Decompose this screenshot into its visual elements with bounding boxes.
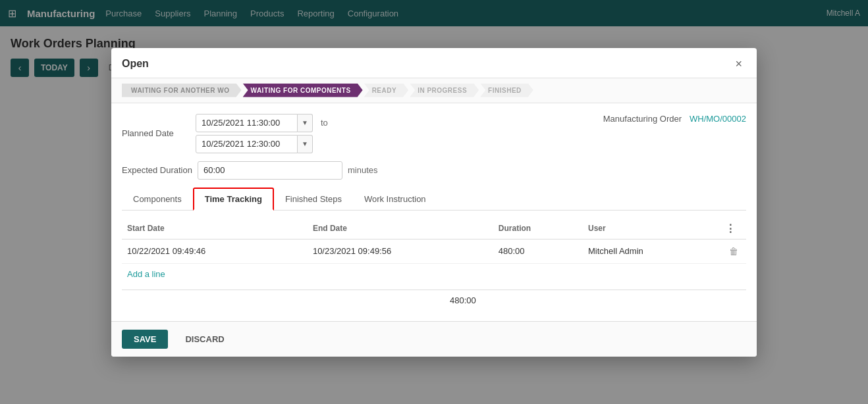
- modal-footer: SAVE DISCARD: [111, 321, 757, 357]
- modal-header: Open ×: [111, 48, 757, 78]
- col-user: User: [583, 218, 720, 240]
- modal-body: Planned Date ▼ to ▼: [111, 103, 757, 321]
- col-menu: ⋮: [720, 218, 746, 240]
- date-from-row: ▼ to: [196, 114, 331, 132]
- tabs-bar: Components Time Tracking Finished Steps …: [122, 188, 746, 211]
- pipeline-step-in-progress[interactable]: IN PROGRESS: [410, 84, 479, 97]
- time-tracking-table: Start Date End Date Duration User ⋮ 10/2…: [122, 218, 746, 264]
- tab-time-tracking[interactable]: Time Tracking: [193, 188, 274, 211]
- pipeline-step-waiting-wo[interactable]: WAITING FOR ANOTHER WO: [122, 84, 242, 97]
- row-start-date: 10/22/2021 09:49:46: [122, 239, 308, 263]
- manufacturing-order-label: Manufacturing Order: [603, 114, 682, 124]
- table-row: 10/22/2021 09:49:46 10/23/2021 09:49:56 …: [122, 239, 746, 263]
- col-duration: Duration: [493, 218, 583, 240]
- expected-duration-label: Expected Duration: [122, 165, 192, 175]
- tab-work-instruction[interactable]: Work Instruction: [353, 188, 437, 211]
- row-duration: 480:00: [493, 239, 583, 263]
- col-end-date: End Date: [308, 218, 493, 240]
- row-user: Mitchell Admin: [583, 239, 720, 263]
- manufacturing-order-group: Manufacturing Order WH/MO/00002: [603, 114, 746, 124]
- time-tracking-content: Start Date End Date Duration User ⋮ 10/2…: [122, 218, 746, 311]
- modal: Open × WAITING FOR ANOTHER WO WAITING FO…: [111, 48, 757, 357]
- minutes-label: minutes: [348, 165, 378, 175]
- expected-duration-input[interactable]: [198, 161, 342, 180]
- planned-date-group: Planned Date ▼ to ▼: [122, 114, 331, 153]
- delete-row-button[interactable]: 🗑: [726, 245, 741, 258]
- date-from-input-group: ▼: [196, 114, 313, 132]
- save-button[interactable]: SAVE: [122, 330, 168, 349]
- date-from-dropdown-btn[interactable]: ▼: [298, 114, 313, 132]
- date-to-dropdown-btn[interactable]: ▼: [298, 135, 313, 153]
- status-pipeline: WAITING FOR ANOTHER WO WAITING FOR COMPO…: [111, 78, 757, 103]
- form-row-dates: Planned Date ▼ to ▼: [122, 114, 746, 153]
- modal-overlay: Open × WAITING FOR ANOTHER WO WAITING FO…: [0, 0, 868, 404]
- tab-finished-steps[interactable]: Finished Steps: [274, 188, 353, 211]
- total-row: 480:00: [122, 290, 746, 311]
- date-separator: to: [318, 118, 331, 128]
- total-value: 480:00: [450, 295, 476, 305]
- modal-close-button[interactable]: ×: [731, 56, 746, 72]
- pipeline-step-finished[interactable]: FINISHED: [480, 84, 533, 97]
- col-start-date: Start Date: [122, 218, 308, 240]
- planned-date-label: Planned Date: [122, 128, 188, 138]
- date-inputs: ▼ to ▼: [196, 114, 331, 153]
- discard-button[interactable]: DISCARD: [173, 330, 236, 349]
- modal-title: Open: [122, 58, 149, 70]
- date-to-input[interactable]: [196, 135, 298, 153]
- expected-duration-group: Expected Duration minutes: [122, 161, 377, 180]
- manufacturing-order-value[interactable]: WH/MO/00002: [690, 114, 746, 124]
- tab-components[interactable]: Components: [122, 188, 193, 211]
- date-from-input[interactable]: [196, 114, 298, 132]
- pipeline-step-waiting-components[interactable]: WAITING FOR COMPONENTS: [243, 84, 363, 97]
- form-row-duration: Expected Duration minutes: [122, 161, 746, 180]
- row-actions: 🗑: [720, 239, 746, 263]
- row-end-date: 10/23/2021 09:49:56: [308, 239, 493, 263]
- pipeline-container: WAITING FOR ANOTHER WO WAITING FOR COMPO…: [122, 84, 533, 97]
- pipeline-step-ready[interactable]: READY: [364, 84, 409, 97]
- add-line-container: Add a line: [122, 264, 746, 284]
- add-line-link[interactable]: Add a line: [122, 264, 171, 284]
- table-menu-icon[interactable]: ⋮: [725, 223, 736, 234]
- date-to-input-group: ▼: [196, 135, 331, 153]
